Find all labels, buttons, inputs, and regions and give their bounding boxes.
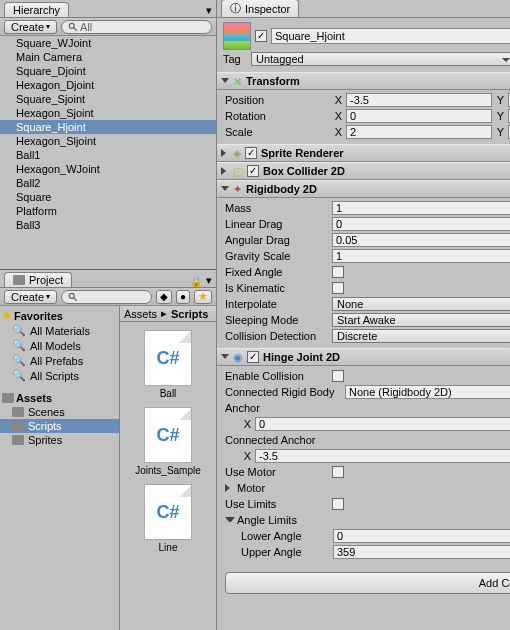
- use-motor-checkbox[interactable]: [332, 466, 344, 478]
- folder-icon: [12, 407, 24, 417]
- sprite-enabled-checkbox[interactable]: [245, 147, 257, 159]
- linear-drag-field[interactable]: [332, 217, 510, 231]
- project-search-input[interactable]: [61, 290, 152, 304]
- fold-icon[interactable]: [221, 149, 229, 157]
- box-collider-component: ▢ Box Collider 2D ? ⚙: [217, 162, 510, 180]
- favorites-item[interactable]: 🔍All Scripts: [0, 368, 119, 383]
- use-motor-label: Use Motor: [225, 466, 330, 478]
- fold-icon[interactable]: [221, 75, 229, 87]
- add-component-label: Add Component: [479, 577, 510, 589]
- collision-detection-dropdown[interactable]: Discrete: [332, 329, 510, 343]
- asset-item[interactable]: C#Ball: [128, 330, 208, 399]
- gameobject-active-checkbox[interactable]: [255, 30, 267, 42]
- position-x-field[interactable]: [346, 93, 492, 107]
- fold-icon[interactable]: [225, 514, 235, 526]
- assets-header[interactable]: Assets: [0, 391, 119, 405]
- position-label: Position: [225, 94, 330, 106]
- csharp-file-icon: C#: [144, 330, 192, 386]
- fold-icon[interactable]: [221, 351, 229, 363]
- hierarchy-item[interactable]: Square: [0, 190, 216, 204]
- mass-field[interactable]: [332, 201, 510, 215]
- collider-enabled-checkbox[interactable]: [247, 165, 259, 177]
- is-kinematic-label: Is Kinematic: [225, 282, 330, 294]
- add-component-button[interactable]: Add Component: [225, 572, 510, 594]
- scale-x-field[interactable]: [346, 125, 492, 139]
- gravity-scale-field[interactable]: [332, 249, 510, 263]
- search-type-button[interactable]: ●: [176, 290, 190, 304]
- hierarchy-item[interactable]: Square_Sjoint: [0, 92, 216, 106]
- hierarchy-item[interactable]: Ball2: [0, 176, 216, 190]
- connected-body-field[interactable]: None (Rigidbody 2D): [345, 385, 510, 399]
- hierarchy-item[interactable]: Platform: [0, 204, 216, 218]
- favorites-item[interactable]: 🔍All Prefabs: [0, 353, 119, 368]
- lock-icon[interactable]: 🔒: [190, 276, 202, 287]
- gameobject-name-field[interactable]: [271, 28, 510, 44]
- folder-item[interactable]: Scripts: [0, 419, 119, 433]
- fold-icon[interactable]: [221, 167, 229, 175]
- fold-icon[interactable]: [221, 183, 229, 195]
- angle-limits-label: Angle Limits: [237, 514, 297, 526]
- asset-label: Joints_Sample: [135, 465, 201, 476]
- project-create-button[interactable]: Create ▾: [4, 290, 57, 304]
- hierarchy-options-icon[interactable]: ▾: [202, 4, 216, 17]
- hierarchy-item[interactable]: Square_WJoint: [0, 36, 216, 50]
- star-icon: ★: [2, 309, 12, 322]
- assets-grid: C#BallC#Joints_SampleC#Line: [120, 322, 216, 630]
- hinge-joint-component: ◉ Hinge Joint 2D ? ⚙ Enable Collision Co…: [217, 348, 510, 564]
- asset-item[interactable]: C#Line: [128, 484, 208, 553]
- hierarchy-search-input[interactable]: All: [61, 20, 212, 34]
- hierarchy-create-label: Create: [11, 21, 44, 33]
- folder-item[interactable]: Scenes: [0, 405, 119, 419]
- hierarchy-item[interactable]: Hexagon_WJoint: [0, 162, 216, 176]
- project-tab[interactable]: Project: [4, 272, 72, 287]
- anchor-label: Anchor: [225, 402, 260, 414]
- hierarchy-item[interactable]: Hexagon_Sjoint: [0, 106, 216, 120]
- connected-anchor-x-field[interactable]: [255, 449, 510, 463]
- fixed-angle-checkbox[interactable]: [332, 266, 344, 278]
- hierarchy-item[interactable]: Hexagon_Djoint: [0, 78, 216, 92]
- favorites-header[interactable]: ★ Favorites: [0, 308, 119, 323]
- folder-icon: [12, 421, 24, 431]
- rotation-x-field[interactable]: [346, 109, 492, 123]
- search-icon: 🔍: [12, 354, 26, 367]
- save-search-button[interactable]: ★: [194, 290, 212, 304]
- gameobject-icon[interactable]: [223, 22, 251, 50]
- hierarchy-item[interactable]: Main Camera: [0, 50, 216, 64]
- use-limits-checkbox[interactable]: [332, 498, 344, 510]
- mass-label: Mass: [225, 202, 330, 214]
- hierarchy-tab[interactable]: Hierarchy: [4, 2, 69, 17]
- fold-icon[interactable]: [225, 484, 235, 492]
- interpolate-dropdown[interactable]: None: [332, 297, 510, 311]
- anchor-x-field[interactable]: [255, 417, 510, 431]
- transform-component: ⤭ Transform ? ⚙ Position X Y Z Rotation …: [217, 72, 510, 144]
- hierarchy-item[interactable]: Hexagon_Sljoint: [0, 134, 216, 148]
- hinge-joint-title: Hinge Joint 2D: [263, 351, 510, 363]
- angular-drag-field[interactable]: [332, 233, 510, 247]
- favorites-item[interactable]: 🔍All Models: [0, 338, 119, 353]
- project-options-icon[interactable]: ▾: [202, 274, 216, 287]
- folder-item[interactable]: Sprites: [0, 433, 119, 447]
- hierarchy-create-button[interactable]: Create ▾: [4, 20, 57, 34]
- use-limits-label: Use Limits: [225, 498, 330, 510]
- sleeping-mode-dropdown[interactable]: Start Awake: [332, 313, 510, 327]
- inspector-tab-label: Inspector: [245, 3, 290, 15]
- scale-label: Scale: [225, 126, 330, 138]
- svg-point-0: [69, 23, 74, 28]
- lower-angle-field[interactable]: [333, 529, 510, 543]
- hierarchy-item[interactable]: Square_Djoint: [0, 64, 216, 78]
- is-kinematic-checkbox[interactable]: [332, 282, 344, 294]
- inspector-tab[interactable]: ⓘ Inspector: [221, 0, 299, 17]
- hierarchy-search-placeholder: All: [80, 21, 92, 33]
- breadcrumb[interactable]: Assets ▸ Scripts: [120, 306, 216, 322]
- csharp-file-icon: C#: [144, 484, 192, 540]
- hierarchy-item[interactable]: Ball3: [0, 218, 216, 232]
- favorites-item[interactable]: 🔍All Materials: [0, 323, 119, 338]
- tag-dropdown[interactable]: Untagged: [251, 52, 510, 66]
- hierarchy-item[interactable]: Square_Hjoint: [0, 120, 216, 134]
- hinge-enabled-checkbox[interactable]: [247, 351, 259, 363]
- asset-item[interactable]: C#Joints_Sample: [128, 407, 208, 476]
- search-filter-button[interactable]: ◆: [156, 290, 172, 304]
- upper-angle-field[interactable]: [333, 545, 510, 559]
- enable-collision-checkbox[interactable]: [332, 370, 344, 382]
- hierarchy-item[interactable]: Ball1: [0, 148, 216, 162]
